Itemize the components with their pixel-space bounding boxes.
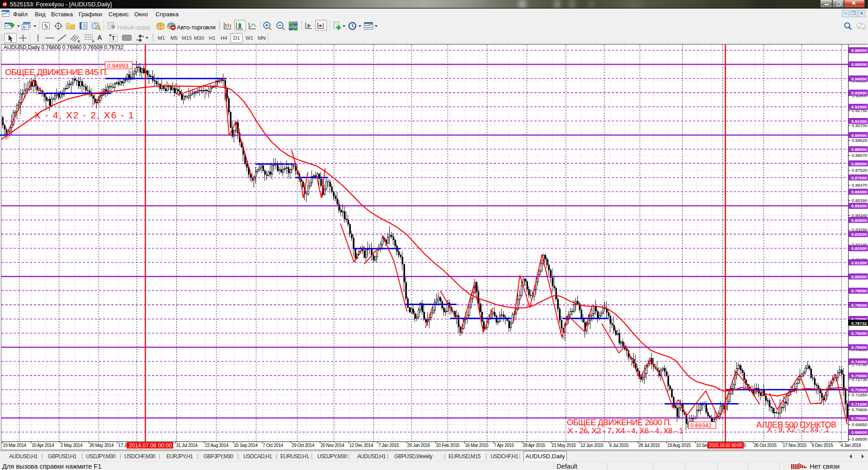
svg-text:0.69000: 0.69000 (851, 430, 867, 435)
svg-text:E: E (78, 39, 80, 43)
svg-text:0.83000: 0.83000 (851, 232, 867, 237)
svg-text:0.91000: 0.91000 (851, 119, 867, 124)
svg-text:6 Jul 2015: 6 Jul 2015 (609, 443, 629, 448)
svg-text:0.69342: 0.69342 (690, 422, 712, 429)
svg-text:0.74000: 0.74000 (851, 359, 867, 364)
svg-text:4 Jan 2016: 4 Jan 2016 (840, 443, 861, 448)
svg-text:ОБЩЕЕ ДВИЖЕНИЕ 845 П.: ОБЩЕЕ ДВИЖЕНИЕ 845 П. (5, 67, 108, 77)
svg-text:0.92000: 0.92000 (851, 104, 867, 109)
svg-text:0.85390: 0.85390 (852, 198, 867, 203)
svg-text:0.70000: 0.70000 (851, 416, 867, 421)
svg-text:0.86470: 0.86470 (852, 183, 867, 188)
svg-text:0.70600: 0.70600 (852, 407, 867, 412)
svg-text:21 May 2015: 21 May 2015 (552, 443, 576, 448)
svg-text:0.89000: 0.89000 (851, 147, 867, 152)
svg-text:X - 4, X2 - 2, X6 - 1: X - 4, X2 - 2, X6 - 1 (34, 110, 135, 120)
svg-text:0.89620: 0.89620 (852, 138, 867, 143)
svg-text:2 May 2014: 2 May 2014 (61, 443, 83, 448)
svg-text:22 Aug 2014: 22 Aug 2014 (205, 443, 229, 448)
svg-text:F: F (92, 39, 94, 43)
svg-text:0.88570: 0.88570 (852, 153, 867, 158)
svg-text:9 Dec 2015: 9 Dec 2015 (811, 443, 833, 448)
svg-text:0.75000: 0.75000 (851, 345, 867, 350)
svg-text:12 Dec 2014: 12 Dec 2014 (349, 443, 373, 448)
svg-text:20 Feb 2015: 20 Feb 2015 (436, 443, 460, 448)
svg-text:0.84340: 0.84340 (852, 213, 867, 218)
svg-text:0.82000: 0.82000 (851, 246, 867, 251)
svg-text:0.78000: 0.78000 (851, 303, 867, 308)
svg-text:26 Oct 2015: 26 Oct 2015 (754, 443, 777, 448)
svg-text:26 May 2014: 26 May 2014 (90, 443, 114, 448)
svg-text:20 Nov 2014: 20 Nov 2014 (321, 443, 344, 448)
svg-text:0.87000: 0.87000 (851, 175, 867, 180)
svg-text:19 Mar 2014: 19 Mar 2014 (3, 443, 27, 448)
svg-text:7 Oct 2014: 7 Oct 2014 (263, 443, 283, 448)
svg-text:0.68500: 0.68500 (852, 437, 867, 442)
svg-text:0.80000: 0.80000 (851, 274, 867, 279)
svg-text:X - 9, X2 - 2, X4 - 1: X - 9, X2 - 2, X4 - 1 (767, 426, 829, 433)
svg-text:10 Apr 2014: 10 Apr 2014 (32, 443, 54, 448)
svg-text:16 Mar 2015: 16 Mar 2015 (465, 443, 489, 448)
svg-text:31 Jul 2014: 31 Jul 2014 (176, 443, 198, 448)
svg-text:AUDUSD,Daily 0.76800 0.76960: AUDUSD,Daily 0.76800 0.76960 0.76509 0.7… (4, 44, 124, 51)
svg-text:0.76000: 0.76000 (851, 331, 867, 336)
svg-text:T: T (112, 35, 115, 42)
svg-text:0.85000: 0.85000 (851, 203, 867, 208)
svg-text:29 Apr 2015: 29 Apr 2015 (523, 443, 545, 448)
svg-text:0.87520: 0.87520 (852, 168, 867, 173)
svg-text:0.94000: 0.94000 (851, 76, 867, 81)
svg-text:0.90000: 0.90000 (851, 133, 867, 138)
svg-text:7 Jan 2015: 7 Jan 2015 (378, 443, 399, 448)
svg-text:0.79000: 0.79000 (851, 288, 867, 293)
svg-text:29 Oct 2014: 29 Oct 2014 (292, 443, 315, 448)
svg-text:29 Jan 2015: 29 Jan 2015 (407, 443, 430, 448)
svg-text:0.81000: 0.81000 (851, 260, 867, 265)
svg-text:0.93000: 0.93000 (851, 90, 867, 95)
svg-text:7 Apr 2015: 7 Apr 2015 (494, 443, 514, 448)
svg-text:0.86000: 0.86000 (851, 189, 867, 194)
svg-text:X - 26, X2 - 7, X4 - 4, X6 - 4: X - 26, X2 - 7, X4 - 4, X6 - 4, X8 - 1 (568, 427, 683, 435)
svg-text:28 Jul 2015: 28 Jul 2015 (638, 443, 660, 448)
svg-text:0.72000: 0.72000 (851, 387, 867, 392)
svg-text:0.96000: 0.96000 (851, 48, 867, 53)
svg-text:0.71000: 0.71000 (851, 402, 867, 407)
svg-text:15 Sep 2014: 15 Sep 2014 (234, 443, 258, 448)
svg-text:0.71650: 0.71650 (852, 392, 867, 397)
svg-text:2014.07.08 00:00: 2014.07.08 00:00 (129, 442, 172, 449)
svg-text:ОБЩЕЕ ДВИЖЕНИЕ 2600 П.: ОБЩЕЕ ДВИЖЕНИЕ 2600 П. (567, 418, 671, 427)
svg-text:0.69550: 0.69550 (852, 422, 867, 427)
svg-text:0.95000: 0.95000 (851, 62, 867, 67)
svg-text:2015.10.02 00:00: 2015.10.02 00:00 (709, 443, 743, 448)
svg-text:0.94993: 0.94993 (107, 62, 128, 69)
svg-text:12 Jun 2015: 12 Jun 2015 (580, 443, 604, 448)
svg-text:0.73000: 0.73000 (851, 373, 867, 378)
svg-text:17 Nov 2015: 17 Nov 2015 (783, 443, 807, 448)
svg-text:19 Aug 2015: 19 Aug 2015 (667, 443, 691, 448)
svg-text:0.84000: 0.84000 (851, 218, 867, 223)
svg-text:0.88000: 0.88000 (851, 161, 867, 166)
svg-text:0.76732: 0.76732 (851, 321, 867, 326)
